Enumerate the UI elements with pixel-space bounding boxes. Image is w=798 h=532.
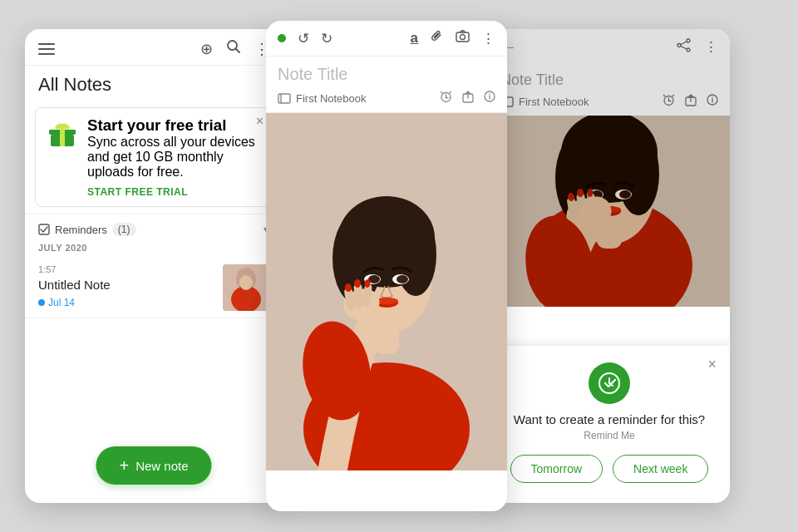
info-icon[interactable] xyxy=(484,91,495,106)
note-info: 1:57 Untitled Note Jul 14 xyxy=(38,264,111,309)
new-note-label: New note xyxy=(135,459,188,473)
svg-line-22 xyxy=(441,92,443,94)
reminders-count: (1) xyxy=(112,223,136,236)
date-label: JULY 2020 xyxy=(25,241,283,258)
next-week-button[interactable]: Next week xyxy=(613,455,708,483)
reminders-row[interactable]: Reminders (1) ▾ xyxy=(25,214,283,241)
reminders-label: Reminders (1) xyxy=(38,223,136,236)
trial-close-button[interactable]: × xyxy=(256,115,264,128)
left-header: ⊕ ⋮ xyxy=(25,29,283,66)
reminder-question: Want to create a reminder for this? xyxy=(514,412,705,426)
note-item[interactable]: 1:57 Untitled Note Jul 14 xyxy=(25,258,283,318)
menu-icon[interactable] xyxy=(38,43,55,55)
trial-banner: × Start your free trial Syn xyxy=(35,107,273,207)
svg-point-54 xyxy=(687,48,690,52)
reminder-buttons: Tomorrow Next week xyxy=(510,455,709,483)
note-thumb-image xyxy=(223,264,269,311)
phone-left: ⊕ ⋮ All Notes × xyxy=(25,29,283,503)
right-note-title[interactable]: Note Title xyxy=(489,65,730,92)
tag-dot xyxy=(38,299,45,306)
notebook-icon xyxy=(278,93,291,104)
share-box-icon[interactable] xyxy=(462,91,474,106)
right-share-icon[interactable] xyxy=(677,38,691,57)
remind-me-label: Remind Me xyxy=(584,430,634,441)
search-icon[interactable] xyxy=(226,39,241,58)
svg-point-9 xyxy=(61,126,65,130)
phone-mid: ↺ ↻ a ⋮ Note Title First Notebook xyxy=(266,21,507,511)
right-portrait-image xyxy=(489,116,730,307)
right-info-icon[interactable] xyxy=(707,94,718,109)
svg-rect-17 xyxy=(278,94,290,103)
text-format-icon[interactable]: a xyxy=(411,30,418,47)
alarm-icon[interactable] xyxy=(440,91,452,106)
attach-icon[interactable] xyxy=(430,29,444,47)
reminder-check-icon xyxy=(38,224,50,235)
svg-point-53 xyxy=(677,43,681,47)
svg-point-14 xyxy=(239,275,253,290)
trial-banner-content: Start your free trial Sync across all yo… xyxy=(46,116,262,198)
right-more-icon[interactable]: ⋮ xyxy=(704,38,718,56)
trial-cta-button[interactable]: START FREE TRIAL xyxy=(87,186,262,198)
right-header: ← ⋮ xyxy=(489,29,730,65)
plus-icon: + xyxy=(119,457,129,474)
notebook-row: First Notebook xyxy=(266,89,507,113)
svg-point-16 xyxy=(461,35,466,40)
new-note-button[interactable]: + New note xyxy=(96,446,211,485)
right-header-right: ⋮ xyxy=(677,38,718,57)
bolt-icon[interactable]: ⊕ xyxy=(200,40,213,58)
all-notes-title: All Notes xyxy=(25,66,283,101)
mid-header-left: ↺ ↻ xyxy=(278,30,332,47)
phone-right: ← ⋮ Note Title First Notebook xyxy=(489,29,730,503)
note-time: 1:57 xyxy=(38,264,111,274)
reminder-popup: × Want to create a reminder for this? Re… xyxy=(489,346,730,503)
svg-point-52 xyxy=(687,39,690,42)
right-notebook-name: First Notebook xyxy=(519,96,589,108)
note-thumbnail xyxy=(223,264,269,311)
svg-line-1 xyxy=(236,49,240,53)
svg-line-56 xyxy=(681,46,687,49)
right-notebook-row-icons xyxy=(663,94,718,109)
svg-rect-15 xyxy=(456,32,469,42)
svg-point-37 xyxy=(380,211,426,248)
right-notebook-row: First Notebook xyxy=(489,92,730,116)
phones-container: ⊕ ⋮ All Notes × xyxy=(25,17,773,515)
camera-icon[interactable] xyxy=(456,29,470,47)
note-tag-label: Jul 14 xyxy=(48,297,75,308)
note-tag: Jul 14 xyxy=(38,297,75,308)
trial-description: Sync across all your devices and get 10 … xyxy=(87,135,262,180)
svg-point-77 xyxy=(603,126,649,163)
left-header-icons: ⊕ ⋮ xyxy=(200,39,269,58)
svg-point-27 xyxy=(489,93,490,94)
right-alarm-icon[interactable] xyxy=(663,94,675,109)
note-title: Untitled Note xyxy=(38,278,111,292)
reminders-text: Reminders xyxy=(55,224,107,236)
gift-icon xyxy=(46,116,79,150)
svg-line-63 xyxy=(672,96,674,97)
notebook-row-icons xyxy=(440,91,495,106)
redo-icon[interactable]: ↻ xyxy=(321,30,332,47)
mid-header-right: a ⋮ xyxy=(411,29,495,47)
reminder-close-button[interactable]: × xyxy=(707,356,717,373)
svg-line-55 xyxy=(681,42,687,45)
trial-text: Start your free trial Sync across all yo… xyxy=(87,116,262,198)
green-dot-icon xyxy=(278,34,286,42)
svg-line-62 xyxy=(664,96,666,97)
svg-line-23 xyxy=(450,92,451,94)
svg-point-41 xyxy=(397,275,408,283)
trial-title: Start your free trial xyxy=(87,116,262,135)
note-image xyxy=(266,113,507,470)
note-editor-title[interactable]: Note Title xyxy=(266,57,507,89)
undo-icon[interactable]: ↺ xyxy=(298,30,309,47)
notebook-name: First Notebook xyxy=(296,92,367,105)
right-image xyxy=(489,116,730,307)
svg-point-67 xyxy=(712,96,712,97)
portrait-image xyxy=(266,113,507,470)
more-icon[interactable]: ⋮ xyxy=(481,30,495,47)
reminder-clock-icon xyxy=(598,372,621,395)
right-share-box-icon[interactable] xyxy=(685,94,697,109)
mid-header: ↺ ↻ a ⋮ xyxy=(266,21,507,57)
reminder-icon-circle xyxy=(589,362,630,404)
svg-point-81 xyxy=(619,190,631,199)
tomorrow-button[interactable]: Tomorrow xyxy=(510,455,603,483)
